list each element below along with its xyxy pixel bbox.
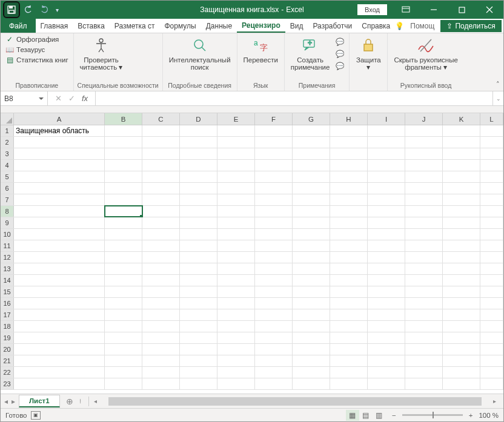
cell-K2[interactable]	[443, 137, 480, 148]
cell-A13[interactable]	[14, 263, 105, 274]
cell-J21[interactable]	[405, 355, 443, 366]
cell-E11[interactable]	[217, 240, 255, 251]
cell-I1[interactable]	[368, 125, 405, 136]
cell-L17[interactable]	[480, 309, 503, 320]
thesaurus-button[interactable]: 📖Тезаурус	[4, 45, 70, 54]
cell-A2[interactable]	[14, 137, 105, 148]
cell-J11[interactable]	[405, 240, 443, 251]
spelling-button[interactable]: ✓Орфография	[4, 35, 70, 44]
cell-E8[interactable]	[217, 206, 255, 217]
cell-G23[interactable]	[293, 378, 330, 389]
cell-I4[interactable]	[368, 160, 405, 171]
cell-I16[interactable]	[368, 298, 405, 309]
row-header[interactable]: 2	[1, 137, 14, 148]
ribbon-display-icon[interactable]	[392, 1, 420, 19]
cell-E2[interactable]	[217, 137, 255, 148]
cell-J20[interactable]	[405, 344, 443, 355]
cell-I11[interactable]	[368, 240, 405, 251]
row-header[interactable]: 4	[1, 160, 14, 171]
add-sheet-button[interactable]: ⊕	[60, 397, 79, 406]
cell-I19[interactable]	[368, 332, 405, 343]
col-header-I[interactable]: I	[368, 113, 405, 125]
cell-F1[interactable]	[255, 125, 293, 136]
cell-J9[interactable]	[405, 217, 443, 228]
cell-E19[interactable]	[217, 332, 255, 343]
cell-B22[interactable]	[105, 367, 142, 378]
cell-K22[interactable]	[443, 367, 480, 378]
cell-L10[interactable]	[480, 229, 503, 240]
name-box[interactable]: B8	[1, 91, 48, 105]
cell-I14[interactable]	[368, 275, 405, 286]
maximize-button[interactable]	[448, 1, 476, 19]
cell-G21[interactable]	[293, 355, 330, 366]
translate-button[interactable]: a字 Перевести	[241, 35, 280, 64]
cell-K7[interactable]	[443, 194, 480, 205]
cell-G13[interactable]	[293, 263, 330, 274]
cell-B1[interactable]	[105, 125, 142, 136]
cell-F17[interactable]	[255, 309, 293, 320]
cell-G7[interactable]	[293, 194, 330, 205]
cell-G8[interactable]	[293, 206, 330, 217]
scroll-left-icon[interactable]: ◂	[91, 398, 100, 404]
col-header-E[interactable]: E	[217, 113, 255, 125]
cell-K6[interactable]	[443, 183, 480, 194]
cell-F13[interactable]	[255, 263, 293, 274]
cell-J13[interactable]	[405, 263, 443, 274]
row-header[interactable]: 13	[1, 263, 14, 274]
cell-B3[interactable]	[105, 148, 142, 159]
cell-A12[interactable]	[14, 252, 105, 263]
cell-J1[interactable]	[405, 125, 443, 136]
cell-A23[interactable]	[14, 378, 105, 389]
cell-A17[interactable]	[14, 309, 105, 320]
cell-H2[interactable]	[330, 137, 368, 148]
cell-I12[interactable]	[368, 252, 405, 263]
cell-L5[interactable]	[480, 171, 503, 182]
cell-J8[interactable]	[405, 206, 443, 217]
cell-A21[interactable]	[14, 355, 105, 366]
cell-J17[interactable]	[405, 309, 443, 320]
cell-G20[interactable]	[293, 344, 330, 355]
cell-C23[interactable]	[142, 378, 180, 389]
cell-A1[interactable]: Защищенная область	[14, 125, 105, 136]
cell-D5[interactable]	[180, 171, 217, 182]
share-button[interactable]: ⇪ Поделиться	[440, 20, 501, 32]
cell-J19[interactable]	[405, 332, 443, 343]
cell-H12[interactable]	[330, 252, 368, 263]
cell-D21[interactable]	[180, 355, 217, 366]
cell-F7[interactable]	[255, 194, 293, 205]
cell-H14[interactable]	[330, 275, 368, 286]
cell-L9[interactable]	[480, 217, 503, 228]
cell-G10[interactable]	[293, 229, 330, 240]
cell-H8[interactable]	[330, 206, 368, 217]
fx-icon[interactable]: fx	[78, 94, 91, 103]
cell-H1[interactable]	[330, 125, 368, 136]
cell-F14[interactable]	[255, 275, 293, 286]
cell-L16[interactable]	[480, 298, 503, 309]
cell-I21[interactable]	[368, 355, 405, 366]
cell-H15[interactable]	[330, 286, 368, 297]
cell-F16[interactable]	[255, 298, 293, 309]
cell-F20[interactable]	[255, 344, 293, 355]
tab-help[interactable]: Справка	[357, 19, 395, 33]
cell-C16[interactable]	[142, 298, 180, 309]
cell-I5[interactable]	[368, 171, 405, 182]
cell-I15[interactable]	[368, 286, 405, 297]
cell-D17[interactable]	[180, 309, 217, 320]
cell-G16[interactable]	[293, 298, 330, 309]
cell-C20[interactable]	[142, 344, 180, 355]
cell-B9[interactable]	[105, 217, 142, 228]
row-header[interactable]: 12	[1, 252, 14, 263]
protect-button[interactable]: Защита▾	[353, 35, 383, 71]
cell-F3[interactable]	[255, 148, 293, 159]
cell-A10[interactable]	[14, 229, 105, 240]
cell-E21[interactable]	[217, 355, 255, 366]
cell-B6[interactable]	[105, 183, 142, 194]
cell-H21[interactable]	[330, 355, 368, 366]
cell-H11[interactable]	[330, 240, 368, 251]
cell-C5[interactable]	[142, 171, 180, 182]
workbook-stats-button[interactable]: ▤Статистика книг	[4, 55, 70, 65]
cell-C12[interactable]	[142, 252, 180, 263]
cell-B8[interactable]	[105, 206, 142, 217]
col-header-A[interactable]: A	[14, 113, 105, 125]
cell-E15[interactable]	[217, 286, 255, 297]
